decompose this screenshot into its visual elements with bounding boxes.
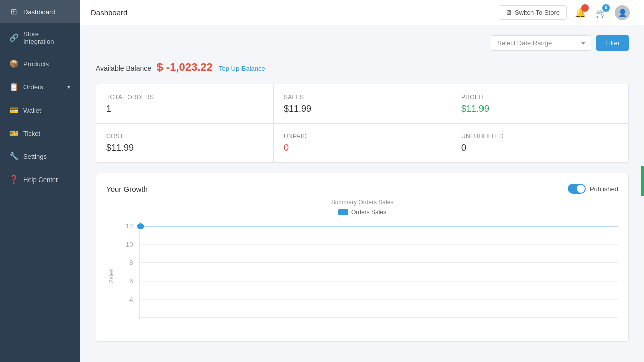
stats-grid: TOTAL ORDERS 1 SALES $11.99 PROFIT $11.9… bbox=[96, 84, 629, 163]
stat-unfulfilled: UNFULFILLED 0 bbox=[451, 124, 628, 162]
toggle-area: Published bbox=[568, 184, 618, 194]
balance-currency: $ bbox=[157, 61, 163, 73]
growth-title: Your Growth bbox=[106, 185, 148, 193]
stat-value-profit: $11.99 bbox=[461, 104, 618, 114]
stat-profit: PROFIT $11.99 bbox=[451, 84, 628, 123]
balance-value: -1,023.22 bbox=[163, 61, 213, 73]
page-title: Dashboard bbox=[91, 8, 499, 17]
sidebar-label-settings: Settings bbox=[23, 153, 71, 160]
stat-value-unpaid: 0 bbox=[284, 143, 441, 153]
cart-button[interactable]: 🛒 0 bbox=[594, 5, 609, 20]
sidebar-label-dashboard: Dashboard bbox=[23, 8, 71, 16]
sidebar-item-dashboard[interactable]: ⊞ Dashboard bbox=[0, 0, 80, 23]
balance-amount: $ -1,023.22 bbox=[157, 61, 216, 73]
sidebar-item-products[interactable]: 📦 Products bbox=[0, 52, 80, 75]
svg-text:6: 6 bbox=[129, 278, 133, 285]
chart-legend: Orders Sales bbox=[106, 209, 618, 216]
stat-label-cost: COST bbox=[106, 133, 263, 140]
settings-icon: 🔧 bbox=[9, 152, 18, 161]
sidebar-item-ticket[interactable]: 🎫 Ticket bbox=[0, 122, 80, 145]
stat-value-unfulfilled: 0 bbox=[461, 143, 618, 153]
main-content: Dashboard 🖥 Switch To Store 🔔 🛒 0 👤 bbox=[80, 0, 644, 362]
stat-label-sales: SALES bbox=[284, 94, 441, 101]
switch-store-button[interactable]: 🖥 Switch To Store bbox=[499, 5, 567, 20]
balance-label: Available Balance bbox=[96, 64, 151, 72]
avatar: 👤 bbox=[615, 5, 630, 20]
filter-row: Select Date Range Filter bbox=[96, 35, 629, 51]
chart-svg: 12 10 8 6 4 bbox=[114, 221, 618, 331]
y-axis-label: Sales bbox=[106, 269, 114, 283]
stat-label-unpaid: UNPAID bbox=[284, 133, 441, 140]
svg-text:4: 4 bbox=[129, 296, 133, 303]
legend-text: Orders Sales bbox=[351, 209, 386, 216]
switch-store-label: Switch To Store bbox=[515, 9, 560, 16]
dashboard-icon: ⊞ bbox=[9, 7, 18, 16]
legend-color-box bbox=[338, 209, 348, 215]
user-avatar-area[interactable]: 👤 bbox=[615, 5, 634, 20]
stat-value-total-orders: 1 bbox=[106, 104, 263, 114]
header-actions: 🖥 Switch To Store 🔔 🛒 0 👤 bbox=[499, 5, 634, 20]
stat-unpaid: UNPAID 0 bbox=[274, 124, 451, 162]
stat-value-sales: $11.99 bbox=[284, 104, 441, 114]
svg-text:8: 8 bbox=[129, 259, 133, 266]
help-icon: ❓ bbox=[9, 175, 18, 184]
stat-label-total-orders: TOTAL ORDERS bbox=[106, 94, 263, 101]
published-toggle[interactable] bbox=[568, 184, 586, 194]
sidebar-item-orders[interactable]: 📋 Orders ▼ bbox=[0, 75, 80, 99]
filter-button[interactable]: Filter bbox=[596, 35, 629, 51]
sidebar-label-store: Store Integration bbox=[23, 30, 71, 45]
stat-sales: SALES $11.99 bbox=[274, 84, 451, 123]
orders-expand-icon: ▼ bbox=[66, 84, 71, 90]
store-icon: 🔗 bbox=[9, 33, 18, 42]
stat-label-unfulfilled: UNFULFILLED bbox=[461, 133, 618, 140]
stat-label-profit: PROFIT bbox=[461, 94, 618, 101]
growth-header: Your Growth Published bbox=[106, 184, 618, 194]
chart-summary-label: Summary Orders Sales bbox=[106, 199, 618, 206]
content-area: Select Date Range Filter Available Balan… bbox=[80, 25, 644, 362]
orders-icon: 📋 bbox=[9, 82, 18, 92]
date-range-select[interactable]: Select Date Range bbox=[491, 35, 591, 51]
wallet-icon: 💳 bbox=[9, 106, 18, 115]
right-accent bbox=[641, 166, 644, 196]
sidebar-item-settings[interactable]: 🔧 Settings bbox=[0, 145, 80, 168]
sidebar-label-wallet: Wallet bbox=[23, 107, 71, 114]
products-icon: 📦 bbox=[9, 59, 18, 68]
sidebar-label-help: Help Center bbox=[23, 176, 71, 184]
toggle-label: Published bbox=[590, 185, 618, 193]
switch-store-icon: 🖥 bbox=[505, 9, 512, 16]
sidebar-item-help[interactable]: ❓ Help Center bbox=[0, 168, 80, 191]
sidebar-item-wallet[interactable]: 💳 Wallet bbox=[0, 99, 80, 122]
notification-badge bbox=[581, 4, 589, 12]
cart-badge: 0 bbox=[602, 4, 610, 12]
growth-section: Your Growth Published Summary Orders Sal… bbox=[96, 173, 629, 342]
sidebar-label-products: Products bbox=[23, 60, 71, 68]
ticket-icon: 🎫 bbox=[9, 129, 18, 138]
header: Dashboard 🖥 Switch To Store 🔔 🛒 0 👤 bbox=[80, 0, 644, 25]
svg-text:10: 10 bbox=[125, 241, 133, 248]
sidebar: ⊞ Dashboard 🔗 Store Integration 📦 Produc… bbox=[0, 0, 80, 362]
balance-section: Available Balance $ -1,023.22 Top Up Bal… bbox=[96, 61, 629, 74]
chart-area: Sales 12 10 8 6 4 bbox=[106, 221, 618, 331]
svg-text:12: 12 bbox=[125, 223, 133, 230]
sidebar-label-ticket: Ticket bbox=[23, 130, 71, 137]
stat-cost: COST $11.99 bbox=[96, 124, 273, 162]
sidebar-label-orders: Orders bbox=[23, 83, 61, 91]
stat-total-orders: TOTAL ORDERS 1 bbox=[96, 84, 273, 123]
top-up-link[interactable]: Top Up Balance bbox=[219, 65, 265, 72]
notification-button[interactable]: 🔔 bbox=[573, 5, 588, 20]
toggle-knob bbox=[577, 185, 585, 193]
sidebar-item-store-integration[interactable]: 🔗 Store Integration bbox=[0, 23, 80, 52]
stat-value-cost: $11.99 bbox=[106, 143, 263, 153]
